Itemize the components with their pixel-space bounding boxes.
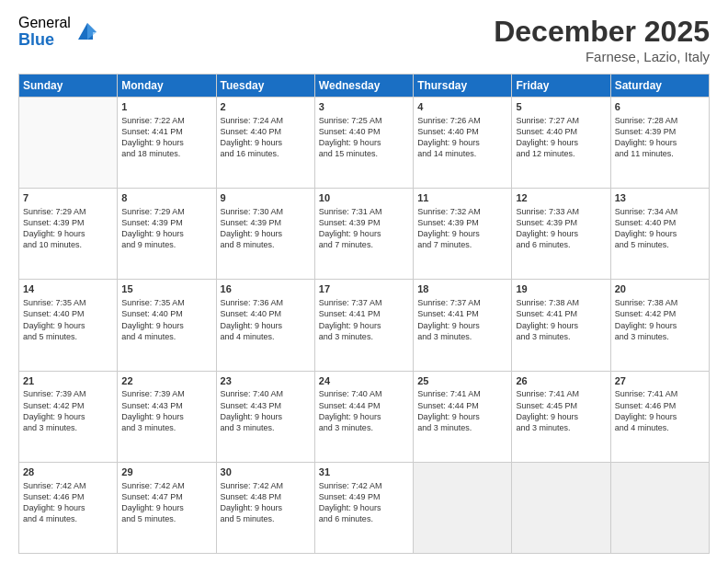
col-wednesday: Wednesday	[314, 75, 413, 98]
cell-info: Daylight: 9 hours	[319, 502, 409, 513]
cell-info: Daylight: 9 hours	[121, 411, 211, 422]
table-row: 31Sunrise: 7:42 AMSunset: 4:49 PMDayligh…	[314, 462, 413, 553]
table-row: 13Sunrise: 7:34 AMSunset: 4:40 PMDayligh…	[610, 189, 709, 280]
table-row: 26Sunrise: 7:41 AMSunset: 4:45 PMDayligh…	[512, 371, 610, 462]
day-number: 31	[319, 465, 409, 479]
cell-info: Sunset: 4:41 PM	[417, 308, 507, 319]
cell-info: Sunset: 4:40 PM	[615, 217, 705, 228]
cell-info: Sunrise: 7:33 AM	[516, 206, 606, 217]
cell-info: Sunrise: 7:41 AM	[417, 388, 507, 399]
day-number: 17	[319, 282, 409, 296]
cell-info: Sunrise: 7:37 AM	[319, 297, 409, 308]
day-number: 3	[319, 100, 409, 114]
cell-info: Daylight: 9 hours	[615, 320, 705, 331]
col-thursday: Thursday	[414, 75, 512, 98]
cell-info: Sunset: 4:46 PM	[615, 400, 705, 411]
day-number: 25	[417, 374, 507, 388]
table-row: 4Sunrise: 7:26 AMSunset: 4:40 PMDaylight…	[414, 98, 512, 189]
cell-info: Sunset: 4:41 PM	[121, 126, 211, 137]
cell-info: and 6 minutes.	[319, 513, 409, 524]
cell-info: Daylight: 9 hours	[417, 411, 507, 422]
logo-blue: Blue	[18, 31, 71, 50]
day-number: 20	[615, 282, 705, 296]
cell-info: Sunset: 4:41 PM	[319, 308, 409, 319]
table-row: 10Sunrise: 7:31 AMSunset: 4:39 PMDayligh…	[314, 189, 413, 280]
table-row: 28Sunrise: 7:42 AMSunset: 4:46 PMDayligh…	[19, 462, 118, 553]
day-number: 14	[23, 282, 113, 296]
cell-info: and 14 minutes.	[417, 148, 507, 159]
table-row	[512, 462, 610, 553]
calendar-week-row: 28Sunrise: 7:42 AMSunset: 4:46 PMDayligh…	[19, 462, 710, 553]
cell-info: Daylight: 9 hours	[221, 502, 311, 513]
cell-info: Daylight: 9 hours	[121, 228, 211, 239]
cell-info: Sunset: 4:42 PM	[615, 308, 705, 319]
table-row: 15Sunrise: 7:35 AMSunset: 4:40 PMDayligh…	[118, 280, 216, 371]
day-number: 9	[221, 191, 311, 205]
day-number: 16	[221, 282, 311, 296]
table-row: 25Sunrise: 7:41 AMSunset: 4:44 PMDayligh…	[414, 371, 512, 462]
calendar-header-row: Sunday Monday Tuesday Wednesday Thursday…	[19, 75, 710, 98]
table-row: 23Sunrise: 7:40 AMSunset: 4:43 PMDayligh…	[216, 371, 314, 462]
table-row: 8Sunrise: 7:29 AMSunset: 4:39 PMDaylight…	[118, 189, 216, 280]
cell-info: Daylight: 9 hours	[319, 228, 409, 239]
cell-info: Daylight: 9 hours	[121, 320, 211, 331]
cell-info: Daylight: 9 hours	[516, 228, 606, 239]
cell-info: Sunset: 4:40 PM	[417, 126, 507, 137]
table-row: 18Sunrise: 7:37 AMSunset: 4:41 PMDayligh…	[414, 280, 512, 371]
cell-info: Sunrise: 7:32 AM	[417, 206, 507, 217]
table-row	[610, 462, 709, 553]
cell-info: and 4 minutes.	[121, 331, 211, 342]
table-row: 27Sunrise: 7:41 AMSunset: 4:46 PMDayligh…	[610, 371, 709, 462]
cell-info: Daylight: 9 hours	[23, 411, 113, 422]
cell-info: Sunrise: 7:26 AM	[417, 115, 507, 126]
col-friday: Friday	[512, 75, 610, 98]
cell-info: and 5 minutes.	[221, 513, 311, 524]
day-number: 18	[417, 282, 507, 296]
cell-info: Sunrise: 7:30 AM	[221, 206, 311, 217]
cell-info: and 4 minutes.	[23, 513, 113, 524]
cell-info: and 7 minutes.	[417, 239, 507, 250]
cell-info: Sunset: 4:39 PM	[221, 217, 311, 228]
cell-info: and 5 minutes.	[615, 239, 705, 250]
day-number: 19	[516, 282, 606, 296]
cell-info: Daylight: 9 hours	[23, 228, 113, 239]
cell-info: and 3 minutes.	[23, 422, 113, 433]
day-number: 21	[23, 374, 113, 388]
cell-info: Sunset: 4:47 PM	[121, 491, 211, 502]
cell-info: Sunrise: 7:38 AM	[516, 297, 606, 308]
table-row: 14Sunrise: 7:35 AMSunset: 4:40 PMDayligh…	[19, 280, 118, 371]
table-row: 3Sunrise: 7:25 AMSunset: 4:40 PMDaylight…	[314, 98, 413, 189]
cell-info: and 11 minutes.	[615, 148, 705, 159]
cell-info: Sunset: 4:42 PM	[23, 400, 113, 411]
cell-info: and 5 minutes.	[121, 513, 211, 524]
cell-info: and 8 minutes.	[221, 239, 311, 250]
cell-info: Daylight: 9 hours	[221, 228, 311, 239]
logo-text: General Blue	[18, 15, 71, 49]
table-row	[414, 462, 512, 553]
table-row: 5Sunrise: 7:27 AMSunset: 4:40 PMDaylight…	[512, 98, 610, 189]
logo-general: General	[18, 15, 71, 31]
table-row: 20Sunrise: 7:38 AMSunset: 4:42 PMDayligh…	[610, 280, 709, 371]
cell-info: Sunset: 4:43 PM	[121, 400, 211, 411]
cell-info: and 3 minutes.	[615, 331, 705, 342]
cell-info: Sunrise: 7:39 AM	[23, 388, 113, 399]
cell-info: and 3 minutes.	[417, 422, 507, 433]
table-row: 7Sunrise: 7:29 AMSunset: 4:39 PMDaylight…	[19, 189, 118, 280]
table-row: 17Sunrise: 7:37 AMSunset: 4:41 PMDayligh…	[314, 280, 413, 371]
cell-info: Sunrise: 7:36 AM	[221, 297, 311, 308]
day-number: 8	[121, 191, 211, 205]
cell-info: Daylight: 9 hours	[221, 320, 311, 331]
cell-info: Sunset: 4:44 PM	[319, 400, 409, 411]
logo-icon	[74, 19, 100, 45]
table-row: 30Sunrise: 7:42 AMSunset: 4:48 PMDayligh…	[216, 462, 314, 553]
cell-info: Sunrise: 7:29 AM	[121, 206, 211, 217]
day-number: 4	[417, 100, 507, 114]
day-number: 2	[221, 100, 311, 114]
day-number: 11	[417, 191, 507, 205]
table-row: 6Sunrise: 7:28 AMSunset: 4:39 PMDaylight…	[610, 98, 709, 189]
day-number: 7	[23, 191, 113, 205]
table-row: 16Sunrise: 7:36 AMSunset: 4:40 PMDayligh…	[216, 280, 314, 371]
cell-info: Sunset: 4:40 PM	[221, 308, 311, 319]
cell-info: Sunrise: 7:42 AM	[319, 480, 409, 491]
cell-info: Sunset: 4:44 PM	[417, 400, 507, 411]
